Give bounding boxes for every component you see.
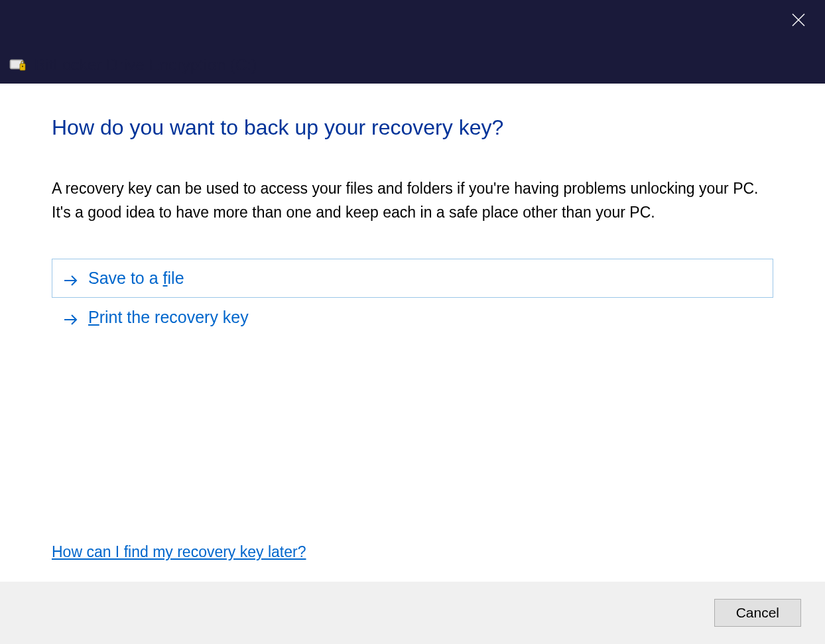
window-title: BitLocker Drive Encryption (C:) [34, 56, 257, 74]
option-print-recovery-key[interactable]: Print the recovery key [52, 298, 773, 337]
bitlocker-icon [9, 57, 28, 73]
cancel-button[interactable]: Cancel [714, 599, 801, 627]
page-description: A recovery key can be used to access you… [52, 177, 768, 224]
option-save-to-file[interactable]: Save to a file [52, 259, 773, 298]
titlebar: BitLocker Drive Encryption (C:) [0, 0, 825, 84]
option-label: Print the recovery key [88, 308, 249, 327]
arrow-right-icon [63, 272, 79, 285]
close-icon [791, 13, 806, 27]
content-area: How do you want to back up your recovery… [0, 84, 825, 581]
help-link[interactable]: How can I find my recovery key later? [52, 543, 306, 561]
options-list: Save to a file Print the recovery key [52, 259, 773, 337]
svg-point-5 [22, 66, 23, 67]
close-button[interactable] [785, 7, 812, 33]
option-label: Save to a file [88, 269, 184, 288]
footer: Cancel [0, 581, 825, 644]
page-heading: How do you want to back up your recovery… [52, 115, 773, 140]
title-row: BitLocker Drive Encryption (C:) [9, 56, 257, 74]
arrow-right-icon [63, 311, 79, 324]
